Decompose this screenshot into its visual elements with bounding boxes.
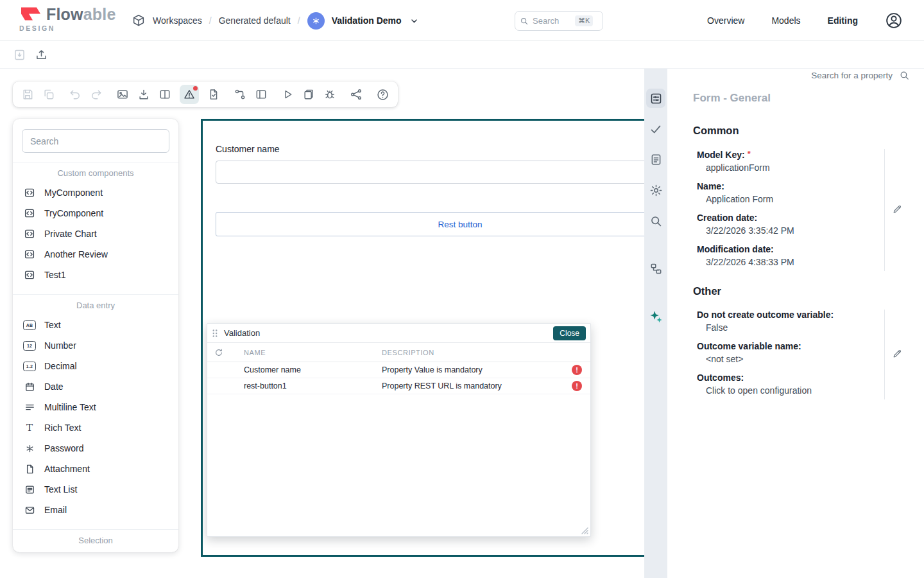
- palette-item-decimal[interactable]: 1.2 Decimal: [13, 356, 178, 376]
- palette-item-number[interactable]: 12 Number: [13, 335, 178, 356]
- customer-name-label: Customer name: [216, 144, 280, 154]
- palette-item-private-chart[interactable]: Private Chart: [13, 223, 178, 244]
- field-no-outcome-variable[interactable]: Do not create outcome variable: False: [697, 308, 880, 334]
- edit-pencil-icon[interactable]: [892, 348, 903, 359]
- number-icon: 12: [23, 341, 36, 351]
- sidebar-tab-documentation[interactable]: [649, 153, 663, 166]
- mapping-button[interactable]: [234, 88, 246, 101]
- palette-item-password[interactable]: Password: [13, 438, 178, 459]
- validation-button[interactable]: [180, 85, 199, 104]
- refresh-icon[interactable]: [214, 348, 223, 357]
- sidebar-tab-validation[interactable]: [649, 122, 663, 136]
- sidebar-tab-model-tree[interactable]: [649, 262, 663, 276]
- nav-overview[interactable]: Overview: [707, 15, 744, 26]
- copy-button[interactable]: [42, 88, 55, 101]
- flowable-logo[interactable]: Flowable DESIGN: [19, 5, 116, 32]
- palette-item-test1[interactable]: Test1: [13, 265, 178, 285]
- common-fields: Model Key:* applicationForm Name: Applic…: [697, 148, 880, 274]
- field-label: Model Key:: [697, 150, 745, 160]
- row-name: rest-button1: [244, 381, 287, 390]
- search-icon: [520, 17, 529, 26]
- palette-item-label: Email: [44, 505, 67, 515]
- properties-panel: Search for a property Form - General Com…: [667, 69, 924, 578]
- sidebar-tab-ai-assistant[interactable]: [649, 310, 663, 324]
- field-outcomes[interactable]: Outcomes: Click to open configuration: [697, 371, 880, 397]
- redo-button[interactable]: [90, 88, 103, 101]
- palette-item-another-review[interactable]: Another Review: [13, 244, 178, 265]
- panel-title: Form - General: [693, 92, 771, 105]
- field-model-key[interactable]: Model Key:* applicationForm: [697, 148, 880, 174]
- document-check-button[interactable]: [207, 88, 220, 101]
- validation-row[interactable]: Customer name Property Value is mandator…: [207, 362, 590, 378]
- attachment-file-icon: [23, 464, 36, 475]
- close-button[interactable]: Close: [553, 326, 586, 340]
- palette-item-multiline-text[interactable]: Multiline Text: [13, 397, 178, 417]
- palette-item-trycomponent[interactable]: TryComponent: [13, 203, 178, 223]
- help-button[interactable]: [376, 88, 389, 101]
- breadcrumb-workspaces[interactable]: Workspaces: [153, 15, 202, 26]
- export-image-button[interactable]: [116, 88, 129, 101]
- global-search-input[interactable]: [533, 16, 571, 26]
- palette-item-text[interactable]: AB Text: [13, 315, 178, 335]
- sidebar-tab-settings[interactable]: [649, 184, 663, 197]
- sidebar-tab-properties[interactable]: [646, 89, 665, 108]
- palette-item-date[interactable]: Date: [13, 376, 178, 397]
- undo-button[interactable]: [69, 88, 81, 101]
- save-model-icon[interactable]: [13, 48, 26, 62]
- rest-button-component[interactable]: Rest button: [216, 212, 644, 236]
- breadcrumb-project[interactable]: Generated default: [219, 15, 291, 26]
- divider: [884, 149, 885, 271]
- required-asterisk: *: [748, 149, 751, 159]
- brand-sub: DESIGN: [19, 24, 116, 32]
- field-name[interactable]: Name: Application Form: [697, 180, 880, 206]
- sidebar-tab-search[interactable]: [649, 215, 663, 228]
- palette-item-label: Rich Text: [44, 423, 81, 433]
- field-label: Do not create outcome variable:: [697, 308, 880, 321]
- column-header-name: NAME: [244, 349, 266, 356]
- nav-models[interactable]: Models: [771, 15, 800, 26]
- palette-item-email[interactable]: Email: [13, 500, 178, 520]
- user-avatar-icon[interactable]: [885, 12, 903, 30]
- nav-editing[interactable]: Editing: [828, 15, 858, 26]
- palette-item-attachment[interactable]: Attachment: [13, 459, 178, 479]
- customer-name-input[interactable]: [216, 161, 644, 184]
- duplicate-button[interactable]: [302, 88, 315, 101]
- download-button[interactable]: [137, 88, 150, 101]
- debug-button[interactable]: [323, 88, 336, 101]
- field-outcome-variable-name[interactable]: Outcome variable name: <not set>: [697, 340, 880, 365]
- save-button[interactable]: [21, 88, 34, 101]
- field-value: applicationForm: [697, 161, 880, 174]
- breadcrumb: Workspaces / Generated default / Validat…: [132, 0, 420, 41]
- palette-section-custom: Custom components: [13, 162, 178, 182]
- breadcrumb-separator: /: [209, 15, 212, 26]
- field-modification-date[interactable]: Modification date: 3/22/2026 4:38:33 PM: [697, 243, 880, 268]
- layout-columns-button[interactable]: [158, 88, 171, 101]
- resize-handle-icon[interactable]: [581, 527, 588, 534]
- drag-handle-icon[interactable]: [212, 329, 218, 338]
- validation-panel-header: Validation Close: [207, 324, 590, 342]
- property-search[interactable]: Search for a property: [811, 70, 910, 81]
- publish-icon[interactable]: [35, 48, 48, 62]
- custom-component-icon: [23, 249, 36, 260]
- palette-item-rich-text[interactable]: T Rich Text: [13, 417, 178, 438]
- breadcrumb-model[interactable]: Validation Demo: [332, 15, 402, 26]
- palette-search-input[interactable]: [22, 129, 169, 153]
- palette-item-mycomponent[interactable]: MyComponent: [13, 182, 178, 203]
- palette-item-label: Private Chart: [44, 229, 97, 239]
- rest-button-label: Rest button: [438, 220, 482, 229]
- form-canvas[interactable]: Customer name Rest button Validation Clo…: [201, 119, 644, 557]
- palette-item-text-list[interactable]: Text List: [13, 479, 178, 500]
- field-label: Outcome variable name:: [697, 340, 880, 353]
- chevron-down-icon[interactable]: [409, 15, 420, 26]
- validation-row[interactable]: rest-button1 Property REST URL is mandat…: [207, 378, 590, 394]
- global-search[interactable]: ⌘K: [515, 11, 603, 31]
- preview-play-button[interactable]: [281, 88, 294, 101]
- share-hierarchy-button[interactable]: [350, 88, 363, 101]
- palette-item-label: Text List: [44, 484, 77, 495]
- validation-table-header: NAME DESCRIPTION: [207, 342, 590, 362]
- side-panel-button[interactable]: [255, 88, 268, 101]
- palette-item-label: Text: [44, 320, 61, 330]
- error-icon: !: [572, 381, 582, 391]
- edit-pencil-icon[interactable]: [892, 204, 903, 215]
- field-creation-date[interactable]: Creation date: 3/22/2026 3:35:42 PM: [697, 211, 880, 237]
